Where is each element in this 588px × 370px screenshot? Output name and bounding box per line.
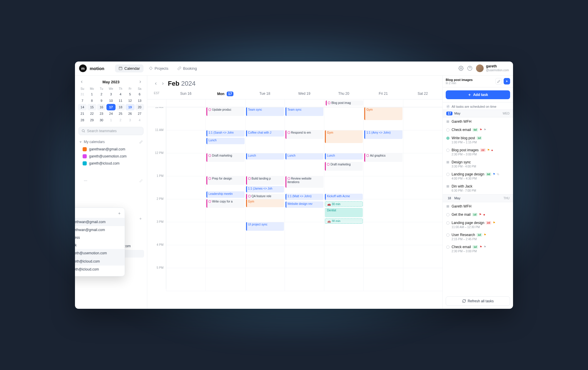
- plus-icon[interactable]: [118, 212, 121, 215]
- account-row[interactable]: Fitness: [75, 234, 125, 241]
- mini-prev-icon[interactable]: [80, 80, 84, 84]
- gear-icon[interactable]: [458, 66, 464, 71]
- mini-day[interactable]: 5: [126, 91, 134, 97]
- calendar-event[interactable]: Team sync: [285, 107, 323, 116]
- mini-day[interactable]: 31: [78, 91, 87, 97]
- cal-next-icon[interactable]: [161, 82, 165, 86]
- agenda-item[interactable]: ▦Gareth WFH: [443, 117, 513, 126]
- agenda-item[interactable]: ▦Design sync3:30 PM - 4:00 PM: [443, 158, 513, 170]
- calendar-event[interactable]: Dentist: [325, 208, 363, 217]
- mini-day[interactable]: 19: [126, 104, 134, 110]
- mini-day[interactable]: 4: [135, 117, 144, 123]
- tab-projects[interactable]: Projects: [145, 64, 172, 72]
- calendar-event[interactable]: 1:1 (Amy <> John): [364, 130, 402, 139]
- plus-icon[interactable]: [139, 217, 142, 220]
- mini-day[interactable]: 3: [106, 91, 115, 97]
- calendar-item[interactable]: garethwan@gmail.com: [78, 146, 144, 153]
- calendar-event[interactable]: Website design rev: [285, 201, 323, 208]
- account-row[interactable]: Work: [75, 241, 125, 249]
- calendar-event[interactable]: Update produc: [206, 107, 244, 116]
- calendar-event[interactable]: Build landing p: [246, 176, 284, 185]
- calendar-event[interactable]: Lunch: [206, 138, 244, 144]
- mini-day[interactable]: 30: [97, 117, 106, 123]
- agenda-item[interactable]: Check email 1d ⚑ ⚑2:30 PM – 3:00 PM: [443, 243, 513, 255]
- day-header-cell[interactable]: Tue 18: [245, 89, 285, 99]
- mini-day[interactable]: 21: [78, 110, 87, 117]
- mini-day[interactable]: 2: [116, 117, 125, 123]
- mini-next-icon[interactable]: [138, 80, 142, 84]
- mini-day[interactable]: 13: [135, 97, 144, 104]
- mini-day[interactable]: 25: [116, 110, 125, 117]
- agenda-item[interactable]: Landing page design 0d ⚑ ½4:00 PM – 4:30…: [443, 170, 513, 182]
- mini-day[interactable]: 23: [97, 110, 106, 117]
- section-header-hidden[interactable]: ⋯: [78, 177, 144, 185]
- mini-day[interactable]: 18: [116, 104, 125, 110]
- agenda-item[interactable]: User Research 1d ⚑2:15 PM – 2:45 PM: [443, 231, 513, 243]
- tab-booking[interactable]: Booking: [174, 64, 201, 72]
- mini-day[interactable]: 12: [126, 97, 134, 104]
- agenda-item[interactable]: Write blog post 1d1:00 PM – 1:15 PM: [443, 134, 513, 146]
- edit-button[interactable]: [495, 78, 502, 84]
- account-row[interactable]: ▾garethwan@gmail.com: [75, 218, 125, 226]
- calendar-event[interactable]: Gym: [364, 107, 402, 120]
- calendar-event[interactable]: 1:1 (Sarah <> John: [206, 130, 244, 137]
- calendar-event[interactable]: 🚗 30 min: [325, 201, 363, 207]
- mini-day[interactable]: 26: [126, 110, 134, 117]
- calendar-event[interactable]: Lunch: [325, 153, 363, 160]
- mini-day[interactable]: 15: [87, 104, 96, 110]
- pencil-icon[interactable]: [139, 140, 143, 144]
- calendar-event[interactable]: Coffee chat with J: [246, 130, 284, 137]
- tab-calendar[interactable]: Calendar: [115, 64, 143, 72]
- mini-day[interactable]: 14: [78, 104, 87, 110]
- calendar-event[interactable]: 1:1 (James <> Joh: [246, 186, 284, 193]
- mini-day[interactable]: 16: [97, 104, 106, 110]
- agenda-item[interactable]: Blog post images 2d ⚑ ●2:30 PM – 3:00 PM: [443, 146, 513, 158]
- my-calendars-header[interactable]: My calendars: [78, 138, 144, 146]
- calendar-event[interactable]: Team sync: [246, 107, 284, 116]
- calendar-event[interactable]: Lunch: [246, 153, 284, 160]
- mini-day[interactable]: 10: [106, 97, 115, 104]
- calendar-event[interactable]: UI project sync: [246, 222, 284, 231]
- calendar-item[interactable]: gareth@icloud.com: [78, 160, 144, 167]
- mini-day[interactable]: 24: [106, 110, 115, 117]
- mini-day[interactable]: 3: [126, 117, 134, 123]
- mini-day[interactable]: 4: [116, 91, 125, 97]
- calendar-event[interactable]: Ad graphics: [364, 153, 402, 162]
- mini-day[interactable]: 6: [135, 91, 144, 97]
- pencil-icon[interactable]: [139, 179, 143, 182]
- add-task-button[interactable]: Add task: [446, 90, 510, 99]
- calendar-event[interactable]: Leadership meetin: [206, 191, 244, 198]
- mini-day[interactable]: 27: [135, 110, 144, 117]
- account-row[interactable]: garethwan@gmail.com: [75, 226, 125, 234]
- day-header-cell[interactable]: Sun 16: [166, 89, 206, 99]
- mini-day[interactable]: 8: [87, 97, 96, 104]
- search-input[interactable]: Search teammates: [78, 127, 143, 135]
- user-menu[interactable]: gareth @usemotion.com: [476, 64, 509, 72]
- mini-day[interactable]: 2: [97, 91, 106, 97]
- calendar-event[interactable]: Prep for design: [206, 176, 244, 185]
- help-icon[interactable]: [467, 66, 472, 71]
- mini-day[interactable]: 28: [78, 117, 87, 123]
- calendar-event[interactable]: Lunch: [285, 153, 323, 160]
- calendar-event[interactable]: Draft marketing: [206, 153, 244, 162]
- allday-event[interactable]: Blog post imag: [326, 100, 363, 106]
- account-row[interactable]: ▾gareth@usemotion.com: [75, 249, 125, 257]
- mini-day[interactable]: 11: [116, 97, 125, 104]
- day-header-cell[interactable]: Thu 20: [324, 89, 363, 99]
- calendar-event[interactable]: Review website iterations: [285, 176, 323, 188]
- calendar-event[interactable]: Gym: [246, 199, 284, 207]
- mini-day[interactable]: 1: [106, 117, 115, 123]
- cal-prev-icon[interactable]: [154, 82, 158, 86]
- mini-day[interactable]: 29: [87, 117, 96, 123]
- mini-day[interactable]: 22: [87, 110, 96, 117]
- day-header-cell[interactable]: Wed 19: [285, 89, 324, 99]
- agenda-item[interactable]: Get the mail 1d ⚑ ●: [443, 210, 513, 219]
- play-button[interactable]: [504, 78, 510, 84]
- mini-day[interactable]: 1: [87, 91, 96, 97]
- calendar-event[interactable]: Gym: [325, 130, 363, 143]
- mini-day[interactable]: 9: [97, 97, 106, 104]
- calendar-event[interactable]: Draft marketing: [325, 162, 363, 171]
- calendar-event[interactable]: Respond to em: [285, 130, 323, 139]
- calendar-event[interactable]: Write copy for a: [206, 199, 244, 208]
- agenda-item[interactable]: ▦Din with Jack6:30 PM - 7:00 PM: [443, 182, 513, 194]
